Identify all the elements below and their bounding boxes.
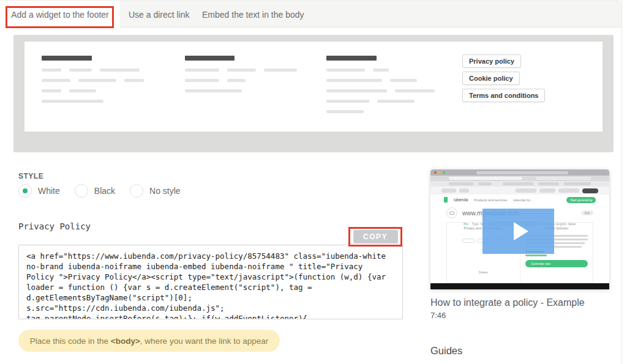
skeleton-bar: [373, 69, 389, 72]
tab-embed-text-in-body[interactable]: Embed the text in the body: [196, 1, 310, 28]
video-thumbnail[interactable]: iubenda Products and services iubenda fo…: [430, 169, 609, 289]
widget-terms-conditions-button[interactable]: Terms and conditions: [462, 89, 545, 102]
pill: [459, 188, 469, 193]
skeleton-bar: [326, 110, 364, 113]
play-icon: [514, 222, 528, 240]
style-radio-white[interactable]: White: [18, 184, 60, 198]
skeleton-row: [326, 110, 435, 113]
footer-preview-panel: Privacy policy Cookie policy Terms and c…: [24, 42, 603, 132]
video-duration: 7:46: [430, 311, 446, 320]
skeleton-bar: [69, 89, 96, 92]
skeleton-row: [326, 79, 435, 82]
traffic-light-zoom-icon: [443, 171, 445, 174]
radio-selected-dot: [23, 188, 28, 193]
placement-note: Place this code in the <body>, where you…: [18, 330, 280, 352]
browser-tab: [449, 177, 522, 180]
style-section-heading: STYLE: [18, 172, 43, 180]
tab-label: Use a direct link: [129, 10, 190, 20]
start-generating-button: Start generating: [566, 197, 596, 203]
video-play-overlay[interactable]: [482, 209, 554, 254]
laptop-base-bar: [430, 283, 609, 289]
embed-code-text: <a href="https://www.iubenda.com/privacy…: [26, 251, 395, 319]
toolbar-segment: [564, 182, 591, 185]
tutorial-video[interactable]: iubenda Products and services iubenda fo…: [430, 169, 609, 289]
nav-iubenda-for: iubenda for...: [513, 198, 533, 202]
tab-add-widget-to-footer[interactable]: Add a widget to the footer: [0, 1, 120, 29]
link-line: [525, 254, 547, 256]
skeleton-heading-bar: [42, 56, 92, 61]
skeleton-bar: [326, 89, 387, 92]
tab-label: Add a widget to the footer: [11, 10, 109, 20]
logout-pill: [582, 188, 598, 193]
tab-use-direct-link[interactable]: Use a direct link: [122, 1, 196, 28]
radio-circle-icon[interactable]: [75, 184, 88, 198]
skeleton-bar: [42, 100, 103, 103]
skeleton-bar: [377, 100, 415, 103]
skeleton-row: [326, 89, 435, 92]
skeleton-row: [326, 69, 435, 72]
radio-label: Black: [94, 186, 115, 196]
style-radio-group: White Black No style: [18, 184, 181, 198]
monitor-icon: [449, 212, 454, 215]
footer-preview-container: Privacy policy Cookie policy Terms and c…: [13, 35, 614, 152]
integration-tabbar: Add a widget to the footer Use a direct …: [0, 0, 622, 28]
skeleton-bar: [227, 79, 246, 82]
site-avatar: [446, 207, 457, 218]
skeleton-row: [185, 79, 297, 82]
style-radio-black[interactable]: Black: [75, 184, 115, 198]
delete-link: Delete: [447, 270, 520, 274]
skeleton-bar: [69, 69, 92, 72]
skeleton-row: [185, 89, 297, 92]
skeleton-row: [42, 79, 144, 82]
tab-label: Embed the text in the body: [202, 10, 304, 20]
nav-products: Products and services: [474, 198, 507, 202]
email-pill: [516, 188, 536, 193]
toolbar-segment: [503, 182, 533, 185]
skeleton-heading-bar: [326, 56, 377, 61]
embed-code-textarea[interactable]: <a href="https://www.iubenda.com/privacy…: [18, 245, 403, 319]
code-block-title: Privacy Policy: [18, 221, 91, 231]
skeleton-row: [42, 100, 144, 103]
video-title: How to integrate a policy - Example: [430, 297, 585, 308]
radio-selected-dot: [134, 188, 139, 193]
style-radio-no-style[interactable]: No style: [130, 184, 181, 198]
skeleton-bar: [227, 69, 256, 72]
radio-label: White: [38, 186, 60, 196]
generate-now-button: Generate now: [525, 260, 588, 267]
radio-circle-icon[interactable]: [18, 184, 32, 198]
skeleton-bar: [78, 79, 116, 82]
widget-cookie-policy-button[interactable]: Cookie policy: [462, 72, 520, 85]
iubenda-logo-icon: [444, 197, 448, 202]
iubenda-header: iubenda Products and services iubenda fo…: [430, 195, 609, 205]
radio-selected-dot: [79, 188, 84, 193]
edit-pill: Edit: [581, 210, 593, 215]
traffic-light-minimize-icon: [438, 171, 441, 174]
toolbar-segment: [449, 182, 473, 185]
radio-circle-icon[interactable]: [130, 184, 143, 198]
skeleton-bar: [395, 89, 435, 92]
skeleton-row: [42, 69, 144, 72]
browser-tab-row: [430, 176, 609, 181]
widget-privacy-policy-button[interactable]: Privacy policy: [462, 54, 521, 68]
skeleton-row: [185, 69, 297, 72]
copy-button[interactable]: COPY: [353, 230, 398, 243]
skeleton-bar: [185, 79, 219, 82]
skeleton-heading-bar: [185, 56, 235, 61]
skeleton-bar: [42, 69, 61, 72]
integration-page: Add a widget to the footer Use a direct …: [0, 0, 622, 364]
account-bar: [430, 187, 609, 195]
radio-label: No style: [149, 186, 181, 196]
skeleton-bar: [264, 69, 297, 72]
browser-chrome-bar: [430, 169, 609, 176]
billing-pill: [558, 188, 579, 193]
note-body-tag: <body>: [111, 336, 140, 346]
skeleton-bar: [42, 89, 61, 92]
view-pill: [462, 239, 475, 243]
url-bar: [476, 171, 568, 174]
skeleton-bar: [390, 79, 417, 82]
skeleton-bar: [326, 100, 369, 103]
skeleton-bar: [326, 79, 382, 82]
guides-heading: Guides: [430, 345, 462, 357]
note-prefix: Place this code in the: [30, 336, 111, 346]
skeleton-bar: [185, 69, 219, 72]
